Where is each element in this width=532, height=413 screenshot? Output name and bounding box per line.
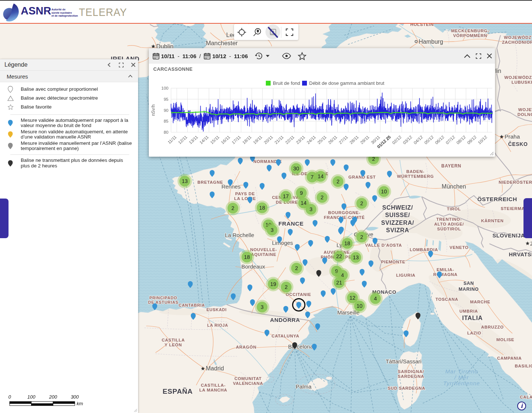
legend-expand-button[interactable] xyxy=(117,60,126,69)
city-label: München xyxy=(442,183,466,190)
cluster-count: 10 xyxy=(381,189,387,194)
region-label: LAZIO xyxy=(467,331,481,335)
chevron-left-icon xyxy=(107,62,112,67)
cluster-count: 18 xyxy=(259,205,265,211)
calendar-start-icon[interactable] xyxy=(153,53,160,60)
panel-resize-handle[interactable] xyxy=(134,409,137,412)
cluster-count: 14 xyxy=(318,173,324,179)
popup-collapse-button[interactable] xyxy=(464,54,471,58)
cluster-marker[interactable]: 2 xyxy=(315,190,329,205)
favorite-button[interactable] xyxy=(298,52,307,60)
legend-header: Légende xyxy=(0,59,138,70)
cluster-marker[interactable]: 22 xyxy=(332,249,347,264)
cluster-marker[interactable]: 2 xyxy=(355,196,369,211)
popup-close-button[interactable] xyxy=(486,53,492,59)
top-bar xyxy=(0,0,532,1)
cluster-marker[interactable]: 14 xyxy=(314,169,328,184)
cluster-marker[interactable]: 2 xyxy=(331,174,345,189)
legend-label-background-noise: Bruit de fond xyxy=(273,80,300,86)
cluster-marker[interactable]: 2 xyxy=(355,230,369,244)
region-label: EUSKADI xyxy=(207,307,227,312)
cluster-marker[interactable]: 18 xyxy=(255,201,270,215)
region-label: BRETAGNE xyxy=(197,180,223,184)
start-time[interactable]: 11:06 xyxy=(183,53,197,59)
visibility-button[interactable] xyxy=(282,52,291,60)
svg-text:100: 100 xyxy=(161,86,168,90)
info-label: i xyxy=(521,403,523,409)
search-place-button[interactable] xyxy=(250,24,265,40)
map-fullscreen-icon xyxy=(285,28,294,37)
header: ASNR Autorité de sûreté nucléaire et de … xyxy=(0,1,532,24)
popup-fullscreen-button[interactable] xyxy=(475,53,482,59)
svg-text:95: 95 xyxy=(164,97,168,101)
cluster-marker[interactable]: 3 xyxy=(304,202,318,217)
region-label: LOMBARDIA xyxy=(410,247,438,252)
star-icon xyxy=(298,52,307,60)
legend-item: Mesure validée automatiquement par rappo… xyxy=(0,117,138,129)
city-label: Limoges xyxy=(272,240,293,246)
region-label: CASTILLAY LEÓN xyxy=(162,338,185,347)
left-panel-tab[interactable] xyxy=(0,199,9,238)
region-label: WOJEWÓDZDOLNOŚLĄS xyxy=(518,107,532,117)
city-label: Palma xyxy=(296,383,312,390)
cluster-marker[interactable]: 19 xyxy=(266,277,281,292)
cluster-marker[interactable]: 21 xyxy=(332,276,347,290)
cluster-marker[interactable]: 13 xyxy=(178,174,192,189)
scale-tick-2: 200 xyxy=(48,394,57,400)
end-date[interactable]: 10/12 xyxy=(212,53,226,59)
cluster-marker[interactable]: 30 xyxy=(289,161,304,176)
popup-resize-handle[interactable] xyxy=(490,152,494,156)
history-caret-icon[interactable] xyxy=(265,54,270,57)
svg-text:09/12: 09/12 xyxy=(466,135,477,145)
cluster-marker[interactable]: 18 xyxy=(340,236,355,251)
svg-text:22/11: 22/11 xyxy=(284,135,295,145)
locate-button[interactable] xyxy=(234,24,250,40)
start-date[interactable]: 10/11 xyxy=(161,53,175,59)
cluster-marker[interactable]: 2 xyxy=(290,261,304,276)
cluster-marker[interactable]: 10 xyxy=(377,184,391,199)
legend-item-text: Balise favorite xyxy=(21,104,52,110)
series-dose-rate xyxy=(171,93,492,131)
map-scale-bar: 0 100 200 300 km xyxy=(10,394,84,407)
svg-text:15/11: 15/11 xyxy=(210,135,220,145)
chevron-up-icon xyxy=(128,74,133,79)
legend-items: Balise avec compteur proportionnelBalise… xyxy=(0,82,138,169)
map-fullscreen-button[interactable] xyxy=(282,24,297,40)
region-label: BASILICATA xyxy=(515,364,532,368)
cluster-marker[interactable]: 2 xyxy=(226,201,240,216)
country-label: FRANCE xyxy=(278,220,304,227)
cluster-marker[interactable]: 10 xyxy=(352,299,367,313)
calendar-end-icon[interactable] xyxy=(204,53,211,60)
cluster-marker[interactable]: 13 xyxy=(349,250,363,265)
cluster-marker[interactable]: 2 xyxy=(279,280,294,294)
cluster-marker[interactable]: 4 xyxy=(368,292,383,306)
region-label: NIEDERÖSTERREICH xyxy=(499,180,532,184)
info-button[interactable]: i xyxy=(517,402,526,410)
end-time[interactable]: 11:06 xyxy=(234,53,248,59)
region-label: TIROL xyxy=(447,207,461,211)
asnr-logo xyxy=(3,3,20,22)
hide-balises-button[interactable] xyxy=(265,24,281,40)
svg-text:20/11: 20/11 xyxy=(263,135,274,145)
region-label: TRENTINO-ALTO ADIGE/SÜDTIROL xyxy=(434,217,464,231)
legend-close-button[interactable] xyxy=(129,60,138,69)
cluster-count: 2 xyxy=(360,234,363,240)
svg-text:16/11: 16/11 xyxy=(220,135,231,145)
country-label: ITALIA xyxy=(462,314,483,321)
region-label: CALABRIA xyxy=(520,395,532,399)
svg-text:85: 85 xyxy=(164,119,168,123)
region-label: LIGURIA xyxy=(396,273,415,277)
region-label: KÄRNTEN xyxy=(481,219,503,223)
legend-section-mesures[interactable]: Mesures xyxy=(0,70,138,82)
region-label: MARCHE xyxy=(470,300,491,304)
pin-black-icon xyxy=(0,160,21,167)
legend-collapse-button[interactable] xyxy=(105,60,114,69)
cluster-marker[interactable]: 3 xyxy=(255,300,270,314)
legend-item-text: Mesure validée automatiquement par rappo… xyxy=(21,118,133,129)
history-button[interactable] xyxy=(254,51,263,60)
right-panel-tab[interactable] xyxy=(523,198,532,238)
cluster-marker[interactable]: 17 xyxy=(279,189,293,204)
cluster-marker[interactable]: 18 xyxy=(240,250,254,264)
region-label: EMILIA-ROMAGNA xyxy=(433,267,458,277)
cluster-marker[interactable]: 3 xyxy=(265,223,280,237)
